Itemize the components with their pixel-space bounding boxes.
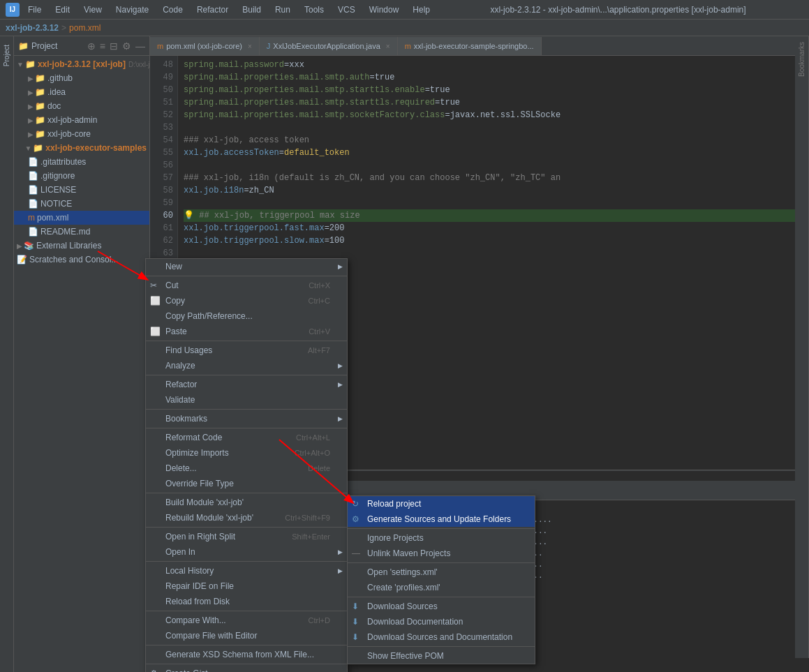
tree-item-core[interactable]: ▶ 📁 xxl-job-core	[14, 127, 149, 141]
code-61: xxl.job.triggerpool.fast.max=200	[184, 222, 803, 234]
tree-item-executor[interactable]: ▼ 📁 xxl-job-executor-samples	[14, 141, 149, 155]
menu-rebuild-module[interactable]: Rebuild Module 'xxl-job' Ctrl+Shift+F9	[146, 510, 347, 525]
tree-root-icon: 📁	[25, 59, 36, 69]
maven-show-pom[interactable]: Show Effective POM	[348, 648, 535, 664]
maven-download-docs[interactable]: ⬇ Download Documentation	[348, 614, 535, 629]
breadcrumb: xxl-job-2.3.12 > pom.xml	[0, 20, 809, 36]
menu-edit[interactable]: Edit	[52, 3, 73, 16]
menu-help[interactable]: Help	[410, 3, 433, 16]
code-49: spring.mail.properties.mail.smtp.auth=tr…	[184, 71, 803, 84]
menu-create-gist[interactable]: ⚙ Create Gist...	[146, 666, 347, 672]
tab-java[interactable]: J XxlJobExecutorApplication.java ×	[260, 37, 398, 55]
menu-repair-ide[interactable]: Repair IDE on File	[146, 578, 347, 594]
tree-item-pom[interactable]: m pom.xml	[14, 211, 149, 225]
tree-item-license[interactable]: 📄 LICENSE	[14, 183, 149, 197]
tree-item-idea[interactable]: ▶ 📁 .idea	[14, 85, 149, 99]
maven-generate[interactable]: ⚙ Generate Sources and Update Folders	[348, 512, 535, 527]
tree-label-gitattrib: .gitattributes	[40, 157, 86, 167]
breadcrumb-project[interactable]: xxl-job-2.3.12	[6, 23, 59, 33]
menu-analyze[interactable]: Analyze	[146, 358, 347, 373]
tab-close-pom-core[interactable]: ×	[248, 43, 252, 50]
minimize-icon[interactable]: —	[135, 40, 145, 52]
menu-compare-with[interactable]: Compare With... Ctrl+D	[146, 613, 347, 628]
menu-refactor[interactable]: Refactor	[146, 377, 347, 392]
maven-ignore[interactable]: Ignore Projects	[348, 530, 535, 546]
filter-icon[interactable]: ⊟	[110, 40, 118, 52]
maven-ignore-label: Ignore Projects	[367, 533, 529, 543]
menu-vcs[interactable]: VCS	[335, 3, 358, 16]
menu-compare-editor[interactable]: Compare File with Editor	[146, 628, 347, 643]
maven-open-settings[interactable]: Open 'settings.xml'	[348, 565, 535, 580]
menu-override-filetype-label: Override File Type	[165, 479, 341, 488]
menu-delete[interactable]: Delete... Delete	[146, 461, 347, 476]
menu-window[interactable]: Window	[366, 3, 402, 16]
tree-item-github[interactable]: ▶ 📁 .github	[14, 71, 149, 85]
tab-pom-core[interactable]: m pom.xml (xxl-job-core) ×	[150, 37, 260, 55]
menu-bookmarks[interactable]: Bookmarks	[146, 411, 347, 426]
menu-copy-path[interactable]: Copy Path/Reference...	[146, 308, 347, 324]
menu-open-in[interactable]: Open In	[146, 544, 347, 560]
menu-code[interactable]: Code	[160, 3, 186, 16]
tree-item-scratch[interactable]: 📝 Scratches and Consol...	[14, 253, 149, 267]
menu-find-usages-shortcut: Alt+F7	[308, 346, 330, 354]
menu-build[interactable]: Build	[239, 3, 264, 16]
settings-icon[interactable]: ⚙	[122, 40, 131, 52]
menu-bookmarks-label: Bookmarks	[165, 414, 341, 424]
menu-optimize[interactable]: Optimize Imports Ctrl+Alt+O	[146, 445, 347, 461]
tree-item-extlib[interactable]: ▶ 📚 External Libraries	[14, 239, 149, 253]
menu-reload-disk[interactable]: Reload from Disk	[146, 594, 347, 609]
tab-executor[interactable]: m xxl-job-executor-sample-springbo...	[398, 37, 542, 55]
code-58: xxl.job.i18n=zh_CN	[184, 184, 803, 197]
collapse-icon[interactable]: ≡	[100, 40, 105, 52]
tree-item-gitignore[interactable]: 📄 .gitignore	[14, 169, 149, 183]
panel-header-icons[interactable]: ⊕ ≡ ⊟ ⚙ —	[87, 40, 145, 52]
menu-run[interactable]: Run	[272, 3, 293, 16]
menu-local-history[interactable]: Local History	[146, 563, 347, 578]
menu-file[interactable]: File	[25, 3, 44, 16]
menu-navigate[interactable]: Navigate	[113, 3, 151, 16]
tab-label-executor: xxl-job-executor-sample-springbo...	[414, 42, 534, 50]
maven-unlink[interactable]: — Unlink Maven Projects	[348, 546, 535, 561]
menu-find-usages[interactable]: Find Usages Alt+F7	[146, 343, 347, 358]
menu-copy-shortcut: Ctrl+C	[309, 297, 330, 305]
menu-bar[interactable]: File Edit View Navigate Code Refactor Bu…	[25, 3, 433, 16]
menu-build-module[interactable]: Build Module 'xxl-job'	[146, 495, 347, 510]
breadcrumb-file[interactable]: pom.xml	[69, 23, 101, 33]
tab-close-java[interactable]: ×	[386, 43, 390, 50]
menu-rebuild-shortcut: Ctrl+Shift+F9	[285, 514, 330, 522]
separator-4	[146, 409, 347, 410]
menu-reformat[interactable]: Reformat Code Ctrl+Alt+L	[146, 430, 347, 445]
menu-new-label: New	[165, 262, 341, 271]
menu-paste[interactable]: ⬜ Paste Ctrl+V	[146, 324, 347, 339]
menu-cut[interactable]: ✂ Cut Ctrl+X	[146, 278, 347, 293]
tree-item-notice[interactable]: 📄 NOTICE	[14, 197, 149, 211]
menu-tools[interactable]: Tools	[302, 3, 327, 16]
menu-copy[interactable]: ⬜ Copy Ctrl+C	[146, 293, 347, 308]
sync-icon[interactable]: ⊕	[87, 40, 96, 52]
menu-open-right-split[interactable]: Open in Right Split Shift+Enter	[146, 529, 347, 544]
menu-view[interactable]: View	[81, 3, 105, 16]
editor-tabs: m pom.xml (xxl-job-core) × J XxlJobExecu…	[150, 36, 809, 56]
menu-validate[interactable]: Validate	[146, 392, 347, 408]
panel-folder-icon: 📁	[18, 41, 29, 51]
menu-gen-xsd[interactable]: Generate XSD Schema from XML File...	[146, 647, 347, 662]
code-51: spring.mail.properties.mail.smtp.starttl…	[184, 96, 803, 109]
tree-item-readme[interactable]: 📄 README.md	[14, 225, 149, 239]
maven-download-both[interactable]: ⬇ Download Sources and Documentation	[348, 629, 535, 645]
maven-create-profiles[interactable]: Create 'profiles.xml'	[348, 580, 535, 595]
context-menu-maven: ↻ Reload project ⚙ Generate Sources and …	[347, 495, 535, 664]
separator-6	[146, 493, 347, 493]
tree-item-admin[interactable]: ▶ 📁 xxl-job-admin	[14, 113, 149, 127]
separator-3	[146, 375, 347, 375]
menu-override-filetype[interactable]: Override File Type	[146, 476, 347, 491]
tree-item-gitattrib[interactable]: 📄 .gitattributes	[14, 155, 149, 169]
menu-refactor[interactable]: Refactor	[194, 3, 231, 16]
maven-download-sources[interactable]: ⬇ Download Sources	[348, 599, 535, 614]
project-side-label[interactable]: Project	[3, 45, 10, 66]
generate-icon: ⚙	[352, 514, 359, 524]
tree-root[interactable]: ▼ 📁 xxl-job-2.3.12 [xxl-job] D:\xxl-job\…	[14, 57, 149, 71]
maven-reload[interactable]: ↻ Reload project	[348, 496, 535, 512]
menu-new[interactable]: New	[146, 259, 347, 274]
tree-item-doc[interactable]: ▶ 📁 doc	[14, 99, 149, 113]
tree-label-executor: xxl-job-executor-samples	[45, 143, 147, 153]
